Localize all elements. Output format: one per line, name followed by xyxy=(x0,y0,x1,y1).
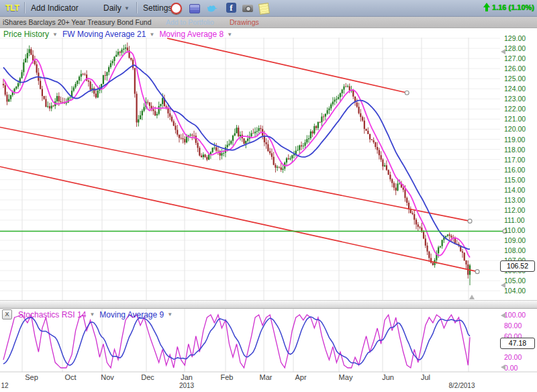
trendline xyxy=(0,166,477,272)
price-axis-tick: 122.00 xyxy=(504,105,526,113)
x-axis-month: Mar xyxy=(260,373,273,381)
price-axis-tick: 127.00 xyxy=(504,54,526,62)
price-panel xyxy=(0,38,500,300)
chevron-down-icon[interactable]: ▼ xyxy=(149,32,154,38)
drawings-menu[interactable]: Drawings xyxy=(230,18,259,26)
close-icon[interactable]: X xyxy=(2,309,12,320)
price-change-indicator: 1.16 (1.10%) xyxy=(483,3,534,11)
add-to-portfolio-link[interactable]: Add to Portfolio xyxy=(166,18,214,26)
add-indicator-button[interactable]: Add Indicator xyxy=(31,3,79,13)
price-axis-tick: 116.00 xyxy=(504,166,525,174)
top-toolbar: TLT Add Indicator Daily ▼ Settings 1.16 … xyxy=(0,0,537,17)
price-axis-tick: 126.00 xyxy=(504,64,526,72)
price-axis-tick: 120.00 xyxy=(504,125,526,133)
osc-axis-tick: 0.00 xyxy=(504,364,518,372)
twitter-icon[interactable] xyxy=(207,3,218,15)
x-axis-year: 2013 xyxy=(179,382,195,389)
books-icon[interactable] xyxy=(189,4,200,13)
price-axis-tick: 129.00 xyxy=(504,34,526,42)
toolbar-divider xyxy=(24,2,25,13)
drawing-handle xyxy=(475,270,479,274)
camera-icon[interactable] xyxy=(242,5,253,12)
price-axis-tick: 108.00 xyxy=(504,246,526,254)
x-axis-month: Feb xyxy=(221,373,234,381)
up-arrow-icon xyxy=(483,3,490,11)
price-axis-tick: 112.00 xyxy=(504,206,525,214)
fund-name: iShares Barclays 20+ Year Treasury Bond … xyxy=(3,18,152,26)
last-price-box: 106.52 xyxy=(500,260,535,272)
x-axis-month: Oct xyxy=(64,373,76,381)
axis-scroll-handle xyxy=(501,283,505,288)
ma9-line xyxy=(3,317,470,365)
toolbar-divider xyxy=(136,2,137,13)
price-axis-tick: 125.00 xyxy=(504,75,526,83)
axis-scroll-handle xyxy=(501,313,505,318)
price-axis-tick: 123.00 xyxy=(504,95,526,103)
drawing-handle xyxy=(468,219,472,223)
x-axis-month: Dec xyxy=(141,373,154,381)
price-axis-tick: 119.00 xyxy=(504,136,525,144)
ma9-dropdown[interactable]: Moving Average 9 xyxy=(99,310,164,320)
camera-lens xyxy=(246,6,251,11)
chevron-down-icon[interactable]: ▼ xyxy=(89,311,95,317)
x-axis-year: 12 xyxy=(1,382,9,389)
drawing-handle xyxy=(405,91,409,95)
price-axis-tick: 113.00 xyxy=(504,196,525,204)
osc-axis-tick: 100.00 xyxy=(504,311,526,319)
ma8-line xyxy=(3,52,470,258)
price-axis-tick: 115.00 xyxy=(504,176,525,184)
timeframe-dropdown[interactable]: Daily xyxy=(103,3,121,13)
x-axis-month: May xyxy=(339,373,353,381)
x-axis-month: Apr xyxy=(295,373,306,381)
price-axis-tick: 114.00 xyxy=(504,186,525,194)
ma21-line xyxy=(3,65,470,249)
price-axis-tick: 111.00 xyxy=(504,216,525,224)
x-axis-month: Jun xyxy=(382,373,394,381)
axis-scroll-handle xyxy=(501,364,505,370)
facebook-icon[interactable] xyxy=(226,3,236,13)
price-panel-legend: Price History ▼ FW Moving Average 21 ▼ M… xyxy=(3,30,237,39)
chevron-down-icon[interactable]: ▼ xyxy=(167,311,173,317)
main-chart[interactable]: 129.00128.00127.00126.00125.00124.00123.… xyxy=(0,28,537,392)
x-axis-year: 8/2/2013 xyxy=(449,382,475,389)
ma8-dropdown[interactable]: Moving Average 8 xyxy=(159,30,224,39)
axis-scroll-handle xyxy=(501,49,505,54)
change-value: 1.16 (1.10%) xyxy=(492,3,534,11)
subtitle-bar: iShares Barclays 20+ Year Treasury Bond … xyxy=(0,17,537,28)
price-axis-tick: 118.00 xyxy=(504,146,525,154)
alarm-icon[interactable] xyxy=(170,3,182,14)
x-axis-month: Sep xyxy=(25,373,38,381)
price-axis-tick: 105.00 xyxy=(504,277,526,285)
ma21-dropdown[interactable]: FW Moving Average 21 xyxy=(62,30,146,39)
chevron-down-icon[interactable]: ▼ xyxy=(124,5,130,11)
oscillator-value-box: 47.18 xyxy=(500,338,535,349)
osc-axis-tick: 80.00 xyxy=(504,322,522,330)
price-history-dropdown[interactable]: Price History xyxy=(3,30,49,39)
price-axis-tick: 124.00 xyxy=(504,85,526,93)
chevron-down-icon[interactable]: ▼ xyxy=(227,32,232,38)
notes-icon[interactable] xyxy=(258,3,270,15)
trendline xyxy=(167,38,407,93)
price-axis-tick: 117.00 xyxy=(504,156,525,164)
settings-button[interactable]: Settings xyxy=(143,3,172,13)
trendline xyxy=(0,127,470,221)
price-axis-tick: 109.00 xyxy=(504,236,526,244)
stochastics-line xyxy=(3,315,470,368)
x-axis-month: Jul xyxy=(421,373,430,381)
chevron-down-icon[interactable]: ▼ xyxy=(52,32,58,38)
price-axis-tick: 128.00 xyxy=(504,44,526,52)
axis-scroll-handle xyxy=(469,295,475,299)
price-axis-tick: 104.00 xyxy=(504,287,526,295)
oscillator-panel-legend: X Stochastics RSI 14 ▼ Moving Average 9 … xyxy=(2,309,177,320)
price-axis-tick: 110.00 xyxy=(504,226,525,234)
osc-axis-tick: 20.00 xyxy=(504,353,522,361)
x-axis-month: Nov xyxy=(101,373,114,381)
price-axis-tick: 121.00 xyxy=(504,115,526,123)
stochastics-dropdown[interactable]: Stochastics RSI 14 xyxy=(18,310,86,320)
symbol-label[interactable]: TLT xyxy=(5,3,19,13)
panel-resize-handle[interactable] xyxy=(0,300,537,309)
x-axis-month: Jan xyxy=(181,373,193,381)
